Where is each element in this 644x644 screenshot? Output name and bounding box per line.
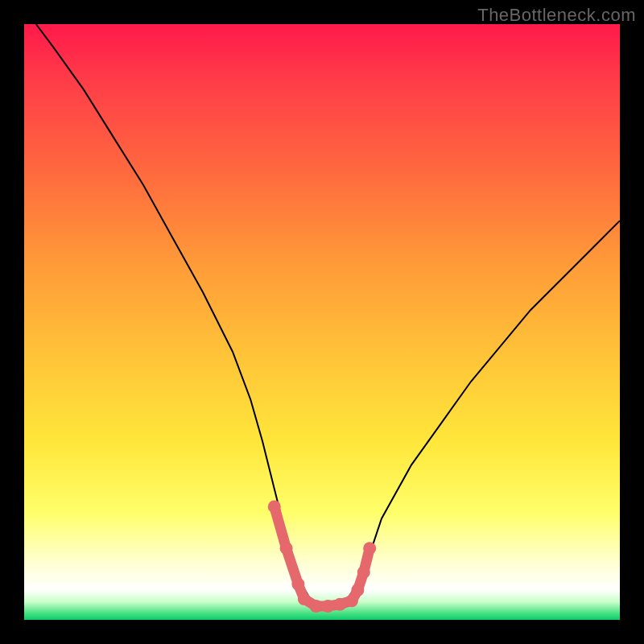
- trough-marker-dot: [291, 578, 304, 591]
- trough-marker-dot: [321, 600, 334, 613]
- watermark-text: TheBottleneck.com: [477, 5, 636, 26]
- trough-marker-dot: [357, 566, 370, 579]
- trough-marker-dot: [351, 584, 364, 597]
- main-curve-path: [36, 24, 620, 606]
- trough-marker-dot: [298, 592, 311, 605]
- bottleneck-curve: [24, 24, 620, 620]
- trough-marker-dot: [268, 500, 281, 513]
- trough-marker-dot: [333, 598, 346, 611]
- chart-frame: TheBottleneck.com: [0, 0, 644, 644]
- trough-marker-dot: [280, 542, 293, 555]
- trough-marker-dot: [363, 542, 376, 555]
- plot-area: [24, 24, 620, 620]
- trough-marker-dot: [310, 600, 323, 613]
